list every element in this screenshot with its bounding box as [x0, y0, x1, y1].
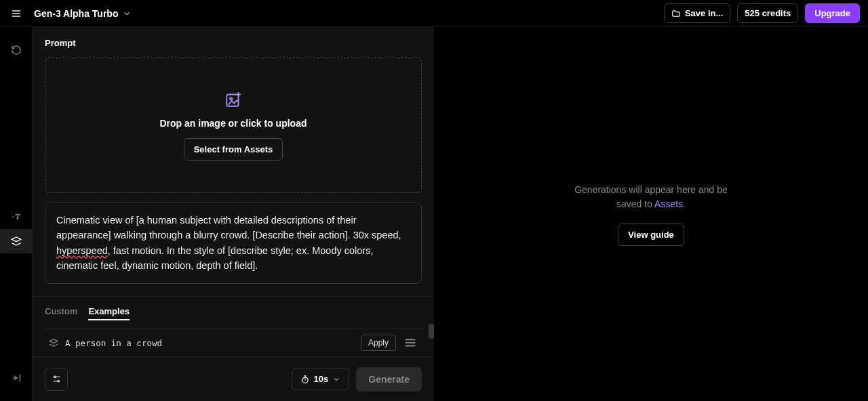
- top-bar: Gen-3 Alpha Turbo Save in... 525 credits…: [0, 0, 868, 27]
- generate-label: Generate: [368, 374, 410, 385]
- apply-example-button[interactable]: Apply: [361, 335, 396, 351]
- center-panel: Prompt Drop an image or click to upload …: [33, 27, 434, 401]
- svg-point-3: [12, 216, 13, 217]
- main-layout: T Prompt Drop an image or click to uploa…: [0, 27, 868, 401]
- credits-button[interactable]: 525 credits: [737, 3, 798, 23]
- image-dropzone[interactable]: Drop an image or click to upload Select …: [45, 58, 422, 193]
- text-mode-icon[interactable]: T: [0, 205, 33, 229]
- credits-label: 525 credits: [745, 8, 791, 18]
- save-in-label: Save in...: [685, 8, 723, 18]
- duration-selector[interactable]: 10s: [292, 368, 350, 390]
- svg-text:T: T: [15, 213, 20, 220]
- view-guide-button[interactable]: View guide: [618, 224, 684, 246]
- svg-point-16: [54, 376, 56, 378]
- empty-line2-prefix: saved to: [616, 198, 654, 209]
- select-assets-label: Select from Assets: [194, 144, 273, 154]
- prompt-text-content: Cinematic view of [a human subject with …: [56, 213, 410, 274]
- example-menu-icon[interactable]: [403, 335, 418, 350]
- example-row: A person in a crowd Apply: [45, 329, 422, 356]
- prompt-textarea[interactable]: Cinematic view of [a human subject with …: [45, 203, 422, 284]
- stopwatch-icon: [300, 375, 310, 384]
- menu-icon[interactable]: [8, 5, 24, 22]
- duration-label: 10s: [314, 374, 329, 384]
- model-selector[interactable]: Gen-3 Alpha Turbo: [34, 8, 132, 19]
- right-panel: Generations will appear here and be save…: [434, 27, 868, 401]
- left-sidebar: T: [0, 27, 33, 401]
- tab-examples[interactable]: Examples: [88, 306, 130, 320]
- save-in-button[interactable]: Save in...: [664, 3, 730, 23]
- svg-point-19: [57, 380, 59, 382]
- folder-icon: [671, 9, 681, 18]
- layers-mode-icon[interactable]: [0, 229, 33, 253]
- apply-label: Apply: [368, 338, 389, 347]
- dropzone-text: Drop an image or click to upload: [159, 118, 307, 129]
- svg-marker-12: [50, 339, 58, 343]
- select-from-assets-button[interactable]: Select from Assets: [184, 138, 283, 161]
- chevron-down-icon: [122, 9, 132, 18]
- upload-image-icon: [224, 91, 242, 108]
- prompt-section: Prompt Drop an image or click to upload …: [33, 27, 434, 291]
- model-name-label: Gen-3 Alpha Turbo: [34, 8, 118, 19]
- top-right-controls: Save in... 525 credits Upgrade: [664, 3, 860, 23]
- empty-line1: Generations will appear here and be: [574, 184, 728, 195]
- generate-button[interactable]: Generate: [356, 367, 422, 392]
- settings-button[interactable]: [45, 368, 68, 391]
- example-label: A person in a crowd: [65, 338, 354, 348]
- bottom-right-controls: 10s Generate: [292, 367, 422, 392]
- prompt-tabs: Custom Examples: [33, 296, 434, 320]
- tab-custom[interactable]: Custom: [45, 306, 77, 320]
- prompt-section-label: Prompt: [45, 38, 422, 48]
- collapse-icon[interactable]: [0, 366, 33, 390]
- upgrade-button[interactable]: Upgrade: [805, 3, 860, 23]
- upgrade-label: Upgrade: [814, 8, 850, 18]
- assets-link[interactable]: Assets: [654, 198, 683, 209]
- scrollbar-thumb[interactable]: [429, 324, 434, 339]
- layers-icon: [49, 338, 58, 347]
- bottom-bar: 10s Generate: [33, 356, 434, 401]
- svg-marker-5: [12, 237, 20, 242]
- svg-point-9: [230, 98, 232, 100]
- history-icon[interactable]: [0, 38, 33, 62]
- view-guide-label: View guide: [628, 230, 674, 240]
- chevron-down-icon: [332, 375, 340, 383]
- empty-state-text: Generations will appear here and be save…: [574, 183, 728, 211]
